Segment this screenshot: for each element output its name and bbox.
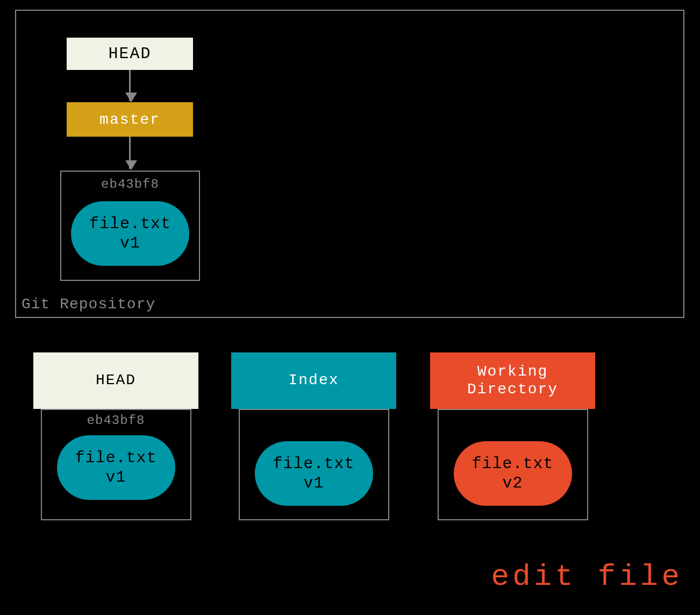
column-wd-file-blob: file.txt v2	[454, 441, 572, 506]
commit-file-blob: file.txt v1	[71, 201, 189, 266]
column-index-file-version: v1	[303, 473, 324, 493]
git-repository-label: Git Repository	[22, 296, 155, 313]
commit-file-version: v1	[120, 234, 140, 253]
column-head: HEAD eb43bf8 file.txt v1	[33, 352, 198, 520]
commit-hash: eb43bf8	[61, 177, 199, 192]
column-index-title: Index	[288, 372, 339, 389]
column-wd-header: Working Directory	[430, 352, 595, 409]
column-head-file-blob: file.txt v1	[57, 435, 175, 500]
caption-edit-file: edit file	[491, 560, 683, 594]
column-index-file-name: file.txt	[273, 454, 354, 473]
column-wd-title-line1: Working	[477, 363, 548, 380]
column-head-file-name: file.txt	[75, 448, 156, 468]
column-index-body: file.txt v1	[239, 409, 389, 520]
column-wd-title-line2: Directory	[467, 381, 558, 398]
column-wd-body: file.txt v2	[438, 409, 588, 520]
column-working-directory: Working Directory file.txt v2	[430, 352, 595, 520]
head-ref-label: HEAD	[108, 45, 151, 63]
arrow-master-to-commit	[129, 137, 131, 169]
column-index-file-blob: file.txt v1	[255, 441, 373, 506]
column-index-header: Index	[231, 352, 396, 409]
column-head-header: HEAD	[33, 352, 198, 409]
commit-file-name: file.txt	[89, 214, 171, 234]
column-head-title: HEAD	[96, 372, 136, 389]
branch-box: master	[67, 102, 193, 137]
arrow-head-to-master	[129, 70, 131, 101]
column-wd-file-name: file.txt	[472, 454, 553, 473]
git-repository-box: Git Repository HEAD master eb43bf8 file.…	[15, 10, 684, 318]
column-head-body: eb43bf8 file.txt v1	[41, 409, 191, 520]
branch-label: master	[99, 111, 160, 128]
column-head-file-version: v1	[105, 468, 126, 487]
head-ref-box: HEAD	[67, 38, 193, 70]
column-head-hash: eb43bf8	[42, 413, 190, 428]
column-wd-file-version: v2	[502, 473, 523, 493]
commit-box: eb43bf8 file.txt v1	[60, 171, 200, 281]
column-index: Index file.txt v1	[231, 352, 396, 520]
